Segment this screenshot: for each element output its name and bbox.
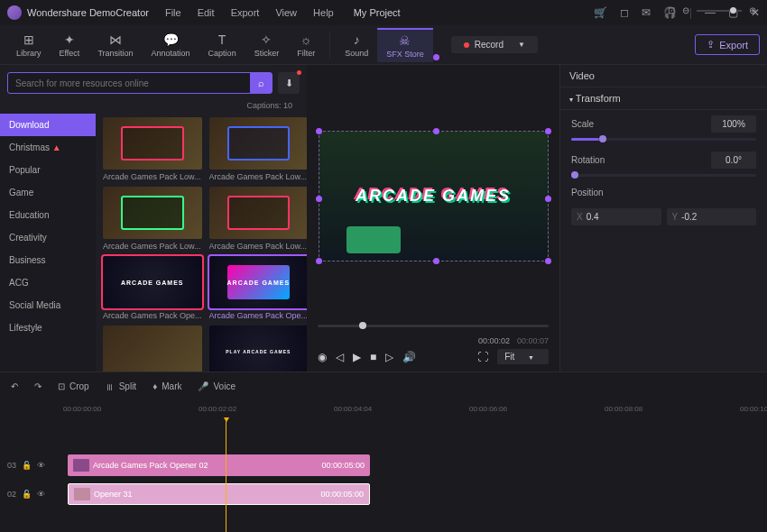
mic-icon: 🎤: [198, 381, 208, 391]
stop-icon[interactable]: ■: [370, 351, 376, 363]
preview-frame[interactable]: ARCADE GAMES: [319, 131, 549, 261]
lock-icon[interactable]: 🔓: [22, 461, 32, 470]
export-button[interactable]: ⇪ Export: [695, 34, 760, 55]
tool-sound[interactable]: ♪Sound: [336, 29, 377, 61]
zoom-slider[interactable]: [697, 10, 742, 12]
preview-scrubber[interactable]: [318, 325, 549, 327]
fullscreen-icon[interactable]: ⛶: [477, 351, 488, 363]
asset-card[interactable]: Arcade Games Pack Low...: [209, 187, 307, 251]
props-tab-video[interactable]: Video: [560, 65, 767, 87]
category-business[interactable]: Business: [0, 249, 96, 271]
category-download[interactable]: Download: [0, 114, 96, 136]
redo-icon[interactable]: ↷: [34, 381, 42, 391]
position-x-input[interactable]: X0.4: [571, 208, 661, 225]
asset-card[interactable]: Arcade Games Pack Low...: [103, 117, 202, 181]
asset-card[interactable]: Arcade Games Pack Low...: [209, 117, 307, 181]
menu-edit[interactable]: Edit: [198, 7, 215, 18]
cart-icon[interactable]: 🛒: [594, 6, 607, 19]
tool-effect[interactable]: ✦Effect: [51, 29, 89, 61]
sfx-store-icon: ☠: [399, 33, 411, 48]
zoom-out-icon[interactable]: ⊖: [682, 5, 689, 15]
rotation-value[interactable]: 0.0°: [711, 151, 756, 169]
menu-view[interactable]: View: [275, 7, 297, 18]
volume-icon[interactable]: 🔊: [402, 351, 416, 363]
search-button[interactable]: ⌕: [250, 73, 272, 93]
asset-card[interactable]: PLAY ARCADE GAMES: [209, 326, 307, 371]
asset-card-selected[interactable]: ARCADE GAMESArcade Games Pack Ope...: [209, 256, 307, 320]
crop-button[interactable]: ⊡Crop: [58, 381, 89, 391]
timeline-toolbar: ↶ ↷ ⊡Crop ⫼Split ♦Mark 🎤Voice ⊡ ⊖ ⊕: [0, 372, 767, 399]
fit-dropdown[interactable]: Fit ▼: [497, 349, 549, 364]
menu-file[interactable]: File: [165, 7, 181, 18]
category-lifestyle[interactable]: Lifestyle: [0, 316, 96, 339]
preview-canvas[interactable]: ARCADE GAMES: [318, 72, 549, 319]
menu-export[interactable]: Export: [231, 7, 260, 18]
tool-caption[interactable]: TCaption: [199, 29, 245, 61]
asset-card[interactable]: ARCADE GAMESArcade Games Pack Ope...: [103, 256, 202, 320]
category-popular[interactable]: Popular: [0, 159, 96, 181]
eye-icon[interactable]: 👁: [37, 461, 45, 470]
download-icon: ⬇: [285, 78, 293, 89]
user-icon[interactable]: ◻: [620, 6, 629, 19]
titlebar: Wondershare DemoCreator File Edit Export…: [0, 0, 767, 25]
properties-panel: Video ▾ Transform Scale 100% Rotation 0.…: [559, 65, 767, 371]
sticker-icon: ✧: [261, 32, 272, 47]
position-y-input[interactable]: Y-0.2: [667, 208, 757, 225]
preview-controls: ◉ ◁ ▶ ■ ▷ 🔊 ⛶ Fit ▼: [318, 345, 549, 368]
asset-card[interactable]: [103, 326, 202, 371]
lock-icon[interactable]: 🔓: [22, 490, 32, 499]
tool-annotation[interactable]: 💬Annotation: [143, 29, 199, 61]
category-christmas[interactable]: Christmas ▲: [0, 136, 96, 159]
eye-icon[interactable]: 👁: [37, 490, 45, 499]
search-input[interactable]: [8, 73, 250, 93]
next-frame-icon[interactable]: ▷: [385, 351, 393, 363]
timeline-clip-selected[interactable]: Opener 31 00:00:05:00: [68, 483, 370, 505]
category-social-media[interactable]: Social Media: [0, 294, 96, 316]
clip-duration: 00:00:05:00: [321, 461, 365, 470]
time-total: 00:00:07: [517, 336, 549, 345]
snapshot-icon[interactable]: ◉: [318, 351, 327, 363]
timeline-ruler[interactable]: 00:00:00:00 00:00:02:02 00:00:04:04 00:0…: [0, 399, 767, 417]
play-icon[interactable]: ▶: [353, 351, 361, 363]
tool-sfx-store[interactable]: ☠SFX Store: [377, 28, 433, 62]
record-dot-icon: [464, 42, 469, 48]
category-education[interactable]: Education: [0, 204, 96, 226]
position-label: Position: [571, 188, 615, 197]
asset-card[interactable]: Arcade Games Pack Low...: [103, 187, 202, 251]
category-creativity[interactable]: Creativity: [0, 226, 96, 249]
chevron-down-icon: ▾: [569, 96, 573, 104]
props-section-transform[interactable]: ▾ Transform: [560, 87, 767, 110]
notification-dot-icon: [297, 70, 301, 75]
prev-frame-icon[interactable]: ◁: [336, 351, 344, 363]
chevron-down-icon: ▼: [528, 354, 534, 361]
track-row: 02 🔓 👁 Opener 31 00:00:05:00: [0, 482, 767, 506]
tool-library[interactable]: ⊞Library: [7, 29, 51, 61]
category-acg[interactable]: ACG: [0, 271, 96, 294]
scale-value[interactable]: 100%: [711, 115, 756, 133]
zoom-in-icon[interactable]: ⊕: [749, 5, 756, 15]
download-button[interactable]: ⬇: [278, 72, 300, 94]
fit-timeline-icon[interactable]: ⊡: [668, 5, 675, 15]
tool-filter[interactable]: ☼Filter: [288, 29, 324, 61]
clip-thumb-icon: [73, 459, 89, 472]
voice-button[interactable]: 🎤Voice: [198, 381, 235, 391]
search-icon: ⌕: [258, 78, 264, 88]
playhead[interactable]: [226, 417, 226, 532]
mark-button[interactable]: ♦Mark: [152, 381, 181, 391]
clip-duration: 00:00:05:00: [320, 490, 364, 499]
category-game[interactable]: Game: [0, 181, 96, 204]
timeline-clip[interactable]: Arcade Games Pack Opener 02 00:00:05:00: [68, 454, 370, 476]
record-button[interactable]: Record ▼: [451, 36, 538, 53]
tool-transition[interactable]: ⋈Transition: [88, 29, 142, 61]
annotation-icon: 💬: [163, 32, 179, 47]
menu-help[interactable]: Help: [313, 7, 334, 18]
library-icon: ⊞: [23, 32, 34, 47]
tool-sticker[interactable]: ✧Sticker: [245, 29, 289, 61]
filter-icon: ☼: [300, 32, 312, 47]
split-button[interactable]: ⫼Split: [106, 381, 136, 391]
caption-icon: T: [218, 32, 226, 47]
mail-icon[interactable]: ✉: [642, 6, 651, 19]
rotation-slider[interactable]: [571, 174, 756, 177]
scale-slider[interactable]: [571, 138, 756, 141]
undo-icon[interactable]: ↶: [11, 381, 18, 391]
